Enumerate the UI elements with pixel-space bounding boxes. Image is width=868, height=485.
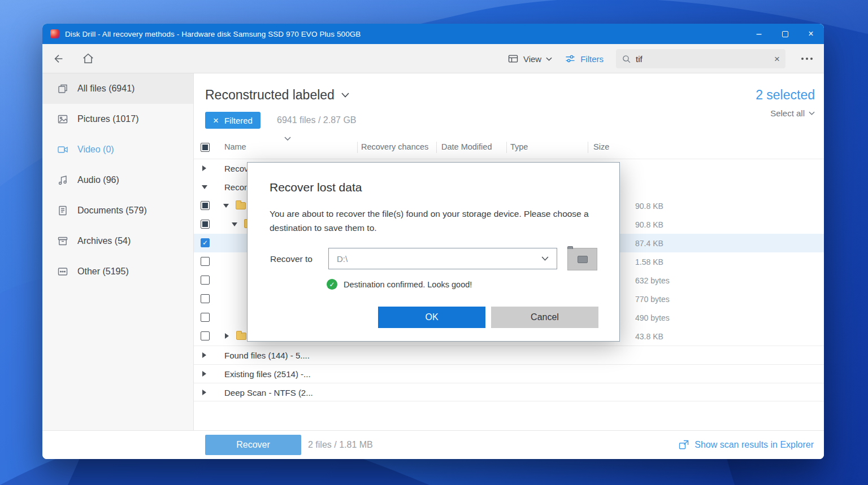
clear-search-button[interactable]: × (774, 54, 780, 64)
selected-count: 2 selected (756, 88, 815, 103)
audio-icon (57, 174, 68, 186)
expand-arrow-icon[interactable] (225, 333, 229, 339)
row-size: 770 bytes (635, 295, 670, 304)
row-checkbox[interactable] (201, 313, 210, 322)
row-name: Recon (224, 182, 249, 192)
maximize-button[interactable] (772, 24, 798, 44)
column-header-recovery-chances[interactable]: Recovery chances (361, 142, 428, 151)
sidebar-item-label: Other (5195) (77, 266, 129, 277)
search-box: × (616, 49, 785, 68)
expand-arrow-icon[interactable] (223, 204, 229, 208)
folder-icon (236, 202, 246, 209)
select-all-dropdown[interactable]: Select all (770, 108, 815, 118)
success-check-icon: ✓ (327, 279, 337, 290)
row-checkbox[interactable] (201, 276, 210, 285)
sidebar: All files (6941) Pictures (1017) Video (… (42, 73, 194, 430)
sidebar-item-other[interactable]: Other (5195) (42, 256, 193, 287)
files-summary: 6941 files / 2.87 GB (277, 115, 357, 125)
selection-summary: 2 files / 1.81 MB (308, 440, 373, 450)
all-files-icon (57, 83, 68, 94)
group-row-deep-scan[interactable]: Deep Scan - NTFS (2... (194, 383, 824, 401)
chevron-down-icon (341, 93, 349, 98)
video-icon (57, 144, 68, 155)
filtered-chip[interactable]: × Filtered (205, 112, 261, 129)
filters-button[interactable]: Filters (565, 53, 604, 64)
column-header-type[interactable]: Type (510, 142, 528, 151)
recover-button[interactable]: Recover (205, 435, 301, 455)
filtered-label: Filtered (224, 116, 253, 125)
recover-dialog: Recover lost data You are about to recov… (247, 162, 620, 342)
destination-dropdown[interactable]: D:\ (328, 248, 557, 269)
explorer-link-label: Show scan results in Explorer (695, 440, 814, 450)
sidebar-item-documents[interactable]: Documents (579) (42, 195, 193, 226)
minimize-button[interactable]: – (746, 24, 772, 44)
expand-arrow-icon[interactable] (202, 165, 206, 171)
toolbar-right: View Filters × (507, 44, 816, 73)
remove-filter-button[interactable]: × (213, 116, 219, 125)
folder-icon (236, 333, 246, 340)
dropdown-chevron-icon (541, 256, 549, 261)
home-icon (82, 53, 94, 65)
browse-destination-button[interactable] (567, 248, 597, 270)
expand-arrow-icon[interactable] (202, 390, 206, 395)
close-button[interactable]: × (798, 24, 824, 44)
expand-arrow-icon[interactable] (232, 222, 237, 226)
back-button[interactable] (49, 49, 68, 68)
clear-icon: × (213, 115, 219, 126)
expand-arrow-icon[interactable] (202, 371, 206, 377)
home-button[interactable] (79, 49, 98, 68)
maximize-icon (782, 31, 788, 37)
expand-arrow-icon[interactable] (202, 352, 206, 358)
more-icon (801, 58, 804, 60)
column-header-date-modified[interactable]: Date Modified (441, 142, 492, 151)
group-row-existing-files[interactable]: Existing files (2514) -... (194, 364, 824, 383)
dialog-title: Recover lost data (270, 181, 362, 194)
group-label: Deep Scan - NTFS (2... (224, 388, 313, 397)
window-title: Disk Drill - All recovery methods - Hard… (65, 30, 361, 38)
more-button[interactable] (798, 53, 816, 64)
chevron-down-icon (809, 111, 815, 115)
row-size: 490 bytes (635, 313, 670, 322)
destination-value: D:\ (337, 254, 348, 264)
toolbar: View Filters × (42, 44, 824, 73)
row-checkbox[interactable] (201, 238, 210, 247)
session-title-dropdown[interactable]: Reconstructed labeled (205, 88, 349, 103)
footer-bar: Recover 2 files / 1.81 MB Show scan resu… (42, 430, 824, 459)
cancel-button[interactable]: Cancel (491, 307, 598, 328)
show-in-explorer-link[interactable]: Show scan results in Explorer (678, 439, 814, 451)
ok-button[interactable]: OK (378, 307, 485, 328)
table-header: Name Recovery chances Date Modified Type… (194, 136, 824, 159)
sidebar-item-pictures[interactable]: Pictures (1017) (42, 104, 193, 134)
sidebar-item-video[interactable]: Video (0) (42, 134, 193, 165)
view-button[interactable]: View (507, 53, 552, 64)
column-header-name[interactable]: Name (224, 142, 246, 151)
view-label: View (523, 54, 541, 64)
filters-icon (565, 53, 576, 64)
row-name: Recov (224, 164, 249, 173)
select-all-checkbox[interactable] (201, 143, 210, 152)
row-size: 90.8 KB (635, 202, 663, 211)
sidebar-item-label: Audio (96) (77, 175, 119, 185)
row-checkbox[interactable] (201, 331, 210, 340)
column-divider (436, 142, 437, 153)
sidebar-item-audio[interactable]: Audio (96) (42, 165, 193, 195)
row-checkbox[interactable] (201, 220, 210, 229)
sort-chevron-icon[interactable] (284, 137, 291, 141)
sidebar-item-label: Archives (54) (77, 236, 131, 246)
row-checkbox[interactable] (201, 294, 210, 303)
row-checkbox[interactable] (201, 257, 210, 266)
group-row-found-files[interactable]: Found files (144) - 5.... (194, 346, 824, 364)
sidebar-item-archives[interactable]: Archives (54) (42, 226, 193, 256)
column-header-size[interactable]: Size (593, 142, 609, 151)
sidebar-item-all-files[interactable]: All files (6941) (42, 73, 193, 104)
column-divider (506, 142, 507, 153)
sidebar-item-label: Video (0) (77, 145, 114, 155)
sidebar-item-label: Documents (579) (77, 206, 147, 216)
select-all-label: Select all (770, 108, 805, 118)
row-size: 632 bytes (635, 276, 670, 285)
back-arrow-icon (53, 53, 65, 65)
expand-arrow-icon[interactable] (202, 185, 207, 189)
search-input[interactable] (636, 54, 770, 64)
row-checkbox[interactable] (201, 201, 210, 210)
destination-status: ✓ Destination confirmed. Looks good! (327, 279, 472, 290)
